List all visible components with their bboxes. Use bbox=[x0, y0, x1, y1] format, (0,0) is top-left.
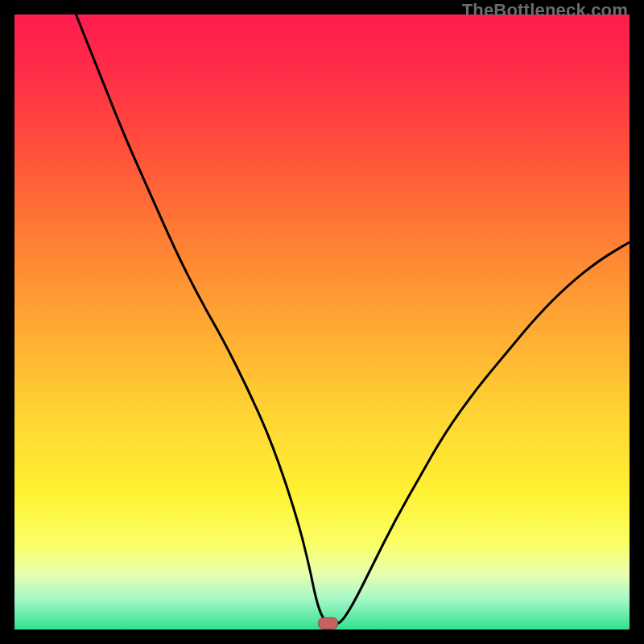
bottleneck-chart bbox=[14, 14, 630, 630]
plot-area bbox=[14, 14, 630, 630]
gradient-background bbox=[14, 14, 630, 630]
chart-frame: TheBottleneck.com bbox=[0, 0, 644, 644]
watermark-text: TheBottleneck.com bbox=[462, 0, 628, 21]
optimal-point-marker bbox=[319, 617, 338, 629]
